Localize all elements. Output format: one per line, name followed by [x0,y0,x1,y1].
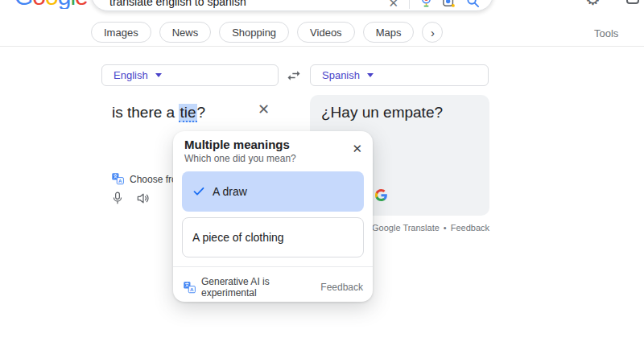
tab-shopping[interactable]: Shopping [219,22,289,43]
source-language-selector[interactable]: English [101,64,279,86]
apps-grid-icon[interactable] [626,0,642,6]
logo-letter: G [14,0,32,9]
generative-ai-label: Generative AI is experimental [201,276,320,299]
search-input[interactable]: translate english to spanish [109,0,246,8]
google-logo[interactable]: Google [14,0,92,9]
logo-letter: g [58,0,71,9]
meaning-option-a-piece-of-clothing[interactable]: A piece of clothing [182,217,364,257]
logo-letter: o [32,0,45,9]
google-g-icon [375,189,387,204]
more-tabs-button[interactable]: › [422,22,443,43]
svg-text:A: A [118,178,122,183]
logo-letter: e [75,0,88,9]
search-submit-icon[interactable] [466,0,480,9]
popup-footer: A Generative AI is experimental Feedback [184,276,363,299]
highlighted-word[interactable]: tie [179,104,196,122]
target-language-selector[interactable]: Spanish [310,64,489,86]
microphone-icon[interactable] [112,192,123,209]
source-language-label: English [114,69,148,81]
clear-search-icon[interactable]: ✕ [388,0,398,9]
target-language-label: Spanish [322,69,360,81]
popup-divider [173,266,373,267]
search-bar-divider [409,0,410,9]
settings-gear-icon[interactable]: ⚙ [585,0,605,7]
search-bar-icons: ✕ [388,0,480,9]
swap-languages-icon[interactable] [285,68,303,84]
dot-separator: • [444,223,447,233]
multiple-meanings-popup: Multiple meanings ✕ Which one did you me… [173,131,373,302]
header-divider [0,46,644,47]
voice-search-icon[interactable] [420,0,432,9]
translated-text: ¿Hay un empate? [321,104,443,122]
clear-text-icon[interactable]: ✕ [258,101,270,118]
speaker-icon[interactable] [137,192,150,208]
tab-maps[interactable]: Maps [363,22,415,43]
source-text-before: is there a [112,104,179,121]
tab-videos[interactable]: Videos [297,22,355,43]
page: Google translate english to spanish ✕ ⚙ … [0,0,644,346]
search-bar[interactable]: translate english to spanish ✕ [91,0,493,11]
result-tabs: Images News Shopping Videos Maps › [91,22,443,43]
tab-news[interactable]: News [159,22,212,43]
translate-feedback-link[interactable]: Feedback [451,223,489,233]
popup-feedback-link[interactable]: Feedback [320,282,363,293]
popup-close-icon[interactable]: ✕ [352,142,362,156]
chevron-down-icon [367,73,374,77]
translate-ai-icon: A [184,282,196,294]
option-label: A piece of clothing [192,231,284,244]
source-text-after: ? [197,104,206,121]
tab-images[interactable]: Images [91,22,151,43]
meaning-option-a-draw[interactable]: A draw [182,171,364,212]
translate-icon: A [112,173,124,185]
logo-letter: o [45,0,58,9]
tools-button[interactable]: Tools [594,27,618,39]
option-label: A draw [213,185,247,198]
source-text[interactable]: is there a tie? [112,104,205,122]
chevron-down-icon [155,73,162,77]
lens-camera-icon[interactable] [443,0,456,9]
check-icon [193,187,204,196]
svg-text:A: A [190,286,194,291]
google-logo-letters: Google [14,0,88,9]
popup-title: Multiple meanings [184,138,290,151]
popup-subtitle: Which one did you mean? [184,153,296,164]
